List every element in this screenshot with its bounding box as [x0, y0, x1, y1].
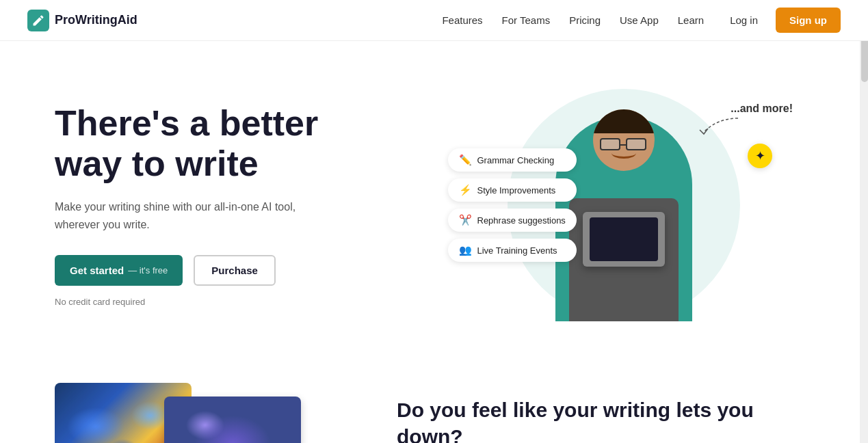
- purchase-button[interactable]: Purchase: [194, 255, 276, 286]
- hero-illustration: ✏️ Grammar Checking ⚡ Style Improvements…: [434, 82, 814, 328]
- style-icon: ⚡: [459, 184, 472, 196]
- section2-title: Do you feel like your writing lets you d…: [397, 397, 813, 443]
- nav-learn[interactable]: Learn: [678, 14, 704, 26]
- hero-buttons: Get started — it's free Purchase: [55, 255, 434, 286]
- star-badge: ✦: [748, 144, 772, 168]
- hero-subtitle: Make your writing shine with our all-in-…: [55, 198, 328, 233]
- nav-pricing[interactable]: Pricing: [569, 14, 601, 26]
- scrollbar-track[interactable]: [860, 0, 868, 443]
- logo-link[interactable]: ProWritingAid: [27, 10, 137, 31]
- bottom-section: My idea in my head Do you feel like your…: [0, 355, 868, 443]
- login-button[interactable]: Log in: [723, 10, 765, 30]
- nav-teams[interactable]: For Teams: [502, 14, 551, 26]
- pill-rephrase: ✂️ Rephrase suggestions: [448, 209, 577, 232]
- navbar: ProWritingAid Features For Teams Pricing…: [0, 0, 868, 41]
- signup-button[interactable]: Sign up: [776, 8, 841, 33]
- dotted-arrow-icon: [690, 115, 745, 142]
- artwork-container: My idea in my head: [55, 383, 301, 443]
- pill-training: 👥 Live Training Events: [448, 239, 577, 262]
- hero-content: There's a better way to write Make your …: [55, 103, 434, 308]
- pill-style: ⚡ Style Improvements: [448, 178, 577, 202]
- hero-section: There's a better way to write Make your …: [0, 41, 868, 355]
- artwork-area: My idea in my head: [55, 383, 342, 443]
- feature-pills: ✏️ Grammar Checking ⚡ Style Improvements…: [448, 148, 577, 262]
- nav-features[interactable]: Features: [442, 14, 482, 26]
- artwork-overlay-card: [164, 397, 301, 443]
- pill-grammar: ✏️ Grammar Checking: [448, 148, 577, 172]
- rephrase-icon: ✂️: [459, 214, 472, 226]
- logo-icon: [27, 10, 49, 31]
- hero-title: There's a better way to write: [55, 103, 434, 185]
- brand-name: ProWritingAid: [55, 13, 137, 27]
- more-label: ...and more!: [731, 103, 793, 115]
- grammar-icon: ✏️: [459, 154, 472, 166]
- nav-use-app[interactable]: Use App: [620, 14, 659, 26]
- section2-content: Do you feel like your writing lets you d…: [397, 383, 813, 443]
- training-icon: 👥: [459, 244, 472, 256]
- get-started-button[interactable]: Get started — it's free: [55, 255, 183, 286]
- no-credit-card-note: No credit card required: [55, 297, 434, 307]
- nav-links: Features For Teams Pricing Use App Learn: [442, 14, 704, 27]
- nav-actions: Log in Sign up: [723, 8, 841, 33]
